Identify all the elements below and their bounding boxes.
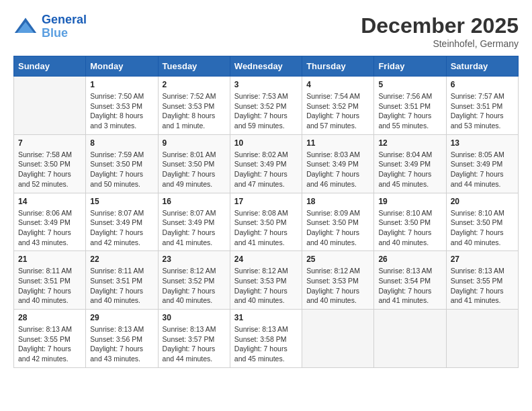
- weekday-header: Friday: [374, 56, 446, 77]
- calendar-cell: [14, 77, 86, 135]
- calendar-cell: 1Sunrise: 7:50 AMSunset: 3:53 PMDaylight…: [86, 77, 158, 135]
- calendar-cell: 15Sunrise: 8:07 AMSunset: 3:49 PMDayligh…: [86, 193, 158, 251]
- day-info: Sunrise: 7:57 AMSunset: 3:51 PMDaylight:…: [451, 91, 514, 131]
- calendar-week-row: 7Sunrise: 7:58 AMSunset: 3:50 PMDaylight…: [14, 134, 519, 193]
- calendar-week-row: 21Sunrise: 8:11 AMSunset: 3:51 PMDayligh…: [14, 251, 519, 310]
- calendar-cell: 25Sunrise: 8:12 AMSunset: 3:53 PMDayligh…: [302, 251, 374, 310]
- weekday-header: Thursday: [302, 56, 374, 77]
- calendar-cell: 6Sunrise: 7:57 AMSunset: 3:51 PMDaylight…: [446, 77, 518, 135]
- day-info: Sunrise: 7:50 AMSunset: 3:53 PMDaylight:…: [90, 91, 153, 131]
- calendar-cell: 10Sunrise: 8:02 AMSunset: 3:49 PMDayligh…: [230, 134, 302, 193]
- day-info: Sunrise: 8:05 AMSunset: 3:49 PMDaylight:…: [451, 150, 514, 189]
- calendar-cell: 27Sunrise: 8:13 AMSunset: 3:55 PMDayligh…: [446, 251, 518, 310]
- calendar-cell: 28Sunrise: 8:13 AMSunset: 3:55 PMDayligh…: [14, 310, 86, 368]
- day-number: 11: [306, 138, 369, 148]
- calendar-cell: 14Sunrise: 8:06 AMSunset: 3:49 PMDayligh…: [14, 193, 86, 251]
- calendar-cell: 20Sunrise: 8:10 AMSunset: 3:50 PMDayligh…: [446, 193, 518, 251]
- calendar-week-row: 28Sunrise: 8:13 AMSunset: 3:55 PMDayligh…: [14, 310, 519, 368]
- day-number: 25: [306, 255, 369, 264]
- day-info: Sunrise: 7:54 AMSunset: 3:52 PMDaylight:…: [306, 91, 369, 131]
- day-info: Sunrise: 8:09 AMSunset: 3:50 PMDaylight:…: [306, 208, 369, 248]
- day-number: 12: [378, 138, 441, 148]
- calendar-cell: 5Sunrise: 7:56 AMSunset: 3:51 PMDaylight…: [374, 77, 446, 135]
- calendar-cell: 31Sunrise: 8:13 AMSunset: 3:58 PMDayligh…: [230, 310, 302, 368]
- calendar-cell: 16Sunrise: 8:07 AMSunset: 3:49 PMDayligh…: [158, 193, 230, 251]
- calendar-cell: 9Sunrise: 8:01 AMSunset: 3:50 PMDaylight…: [158, 134, 230, 193]
- page-header: GeneralBlue December 2025 Steinhofel, Ge…: [13, 13, 519, 49]
- calendar-cell: 30Sunrise: 8:13 AMSunset: 3:57 PMDayligh…: [158, 310, 230, 368]
- day-number: 26: [378, 255, 441, 264]
- weekday-header: Saturday: [446, 56, 518, 77]
- day-number: 21: [18, 255, 81, 264]
- weekday-header: Tuesday: [158, 56, 230, 77]
- day-info: Sunrise: 8:12 AMSunset: 3:52 PMDaylight:…: [163, 266, 226, 306]
- day-info: Sunrise: 8:06 AMSunset: 3:49 PMDaylight:…: [18, 208, 81, 248]
- calendar-cell: 4Sunrise: 7:54 AMSunset: 3:52 PMDaylight…: [302, 77, 374, 135]
- calendar-cell: 24Sunrise: 8:12 AMSunset: 3:53 PMDayligh…: [230, 251, 302, 310]
- day-info: Sunrise: 8:13 AMSunset: 3:56 PMDaylight:…: [90, 324, 153, 364]
- calendar-cell: 21Sunrise: 8:11 AMSunset: 3:51 PMDayligh…: [14, 251, 86, 310]
- day-info: Sunrise: 7:59 AMSunset: 3:50 PMDaylight:…: [90, 150, 153, 189]
- month-title: December 2025: [361, 13, 519, 38]
- day-info: Sunrise: 7:56 AMSunset: 3:51 PMDaylight:…: [378, 91, 441, 131]
- logo-icon: [13, 15, 38, 39]
- calendar-cell: 19Sunrise: 8:10 AMSunset: 3:50 PMDayligh…: [374, 193, 446, 251]
- day-info: Sunrise: 8:13 AMSunset: 3:57 PMDaylight:…: [163, 324, 226, 364]
- calendar-cell: 8Sunrise: 7:59 AMSunset: 3:50 PMDaylight…: [86, 134, 158, 193]
- day-number: 4: [306, 80, 369, 89]
- calendar-cell: 18Sunrise: 8:09 AMSunset: 3:50 PMDayligh…: [302, 193, 374, 251]
- day-number: 17: [234, 197, 298, 206]
- day-number: 8: [90, 138, 153, 148]
- day-info: Sunrise: 8:12 AMSunset: 3:53 PMDaylight:…: [306, 266, 369, 306]
- day-info: Sunrise: 8:12 AMSunset: 3:53 PMDaylight:…: [234, 266, 298, 306]
- logo: GeneralBlue: [13, 13, 87, 40]
- day-number: 20: [451, 197, 514, 206]
- day-info: Sunrise: 8:01 AMSunset: 3:50 PMDaylight:…: [163, 150, 226, 189]
- day-number: 31: [234, 313, 298, 322]
- calendar-cell: 11Sunrise: 8:03 AMSunset: 3:49 PMDayligh…: [302, 134, 374, 193]
- day-number: 18: [306, 197, 369, 206]
- day-info: Sunrise: 8:11 AMSunset: 3:51 PMDaylight:…: [18, 266, 81, 306]
- calendar-cell: 17Sunrise: 8:08 AMSunset: 3:50 PMDayligh…: [230, 193, 302, 251]
- day-info: Sunrise: 8:04 AMSunset: 3:49 PMDaylight:…: [378, 150, 441, 189]
- day-number: 30: [163, 313, 226, 322]
- weekday-header: Wednesday: [230, 56, 302, 77]
- day-number: 27: [451, 255, 514, 264]
- day-info: Sunrise: 8:13 AMSunset: 3:55 PMDaylight:…: [18, 324, 81, 364]
- day-number: 19: [378, 197, 441, 206]
- calendar-cell: 2Sunrise: 7:52 AMSunset: 3:53 PMDaylight…: [158, 77, 230, 135]
- calendar-cell: [374, 310, 446, 368]
- day-number: 5: [378, 80, 441, 89]
- weekday-header: Sunday: [14, 56, 86, 77]
- day-number: 22: [90, 255, 153, 264]
- day-number: 7: [18, 138, 81, 148]
- day-info: Sunrise: 8:07 AMSunset: 3:49 PMDaylight:…: [90, 208, 153, 248]
- calendar-cell: 7Sunrise: 7:58 AMSunset: 3:50 PMDaylight…: [14, 134, 86, 193]
- day-info: Sunrise: 8:13 AMSunset: 3:54 PMDaylight:…: [378, 266, 441, 306]
- day-info: Sunrise: 8:13 AMSunset: 3:55 PMDaylight:…: [451, 266, 514, 306]
- day-number: 3: [234, 80, 298, 89]
- day-number: 1: [90, 80, 153, 89]
- day-number: 23: [163, 255, 226, 264]
- calendar-cell: 22Sunrise: 8:11 AMSunset: 3:51 PMDayligh…: [86, 251, 158, 310]
- day-info: Sunrise: 7:53 AMSunset: 3:52 PMDaylight:…: [234, 91, 298, 131]
- calendar-cell: 26Sunrise: 8:13 AMSunset: 3:54 PMDayligh…: [374, 251, 446, 310]
- calendar-table: SundayMondayTuesdayWednesdayThursdayFrid…: [13, 56, 519, 368]
- calendar-week-row: 1Sunrise: 7:50 AMSunset: 3:53 PMDaylight…: [14, 77, 519, 135]
- day-number: 2: [163, 80, 226, 89]
- day-info: Sunrise: 8:13 AMSunset: 3:58 PMDaylight:…: [234, 324, 298, 364]
- day-info: Sunrise: 8:08 AMSunset: 3:50 PMDaylight:…: [234, 208, 298, 248]
- day-number: 6: [451, 80, 514, 89]
- weekday-header: Monday: [86, 56, 158, 77]
- day-number: 16: [163, 197, 226, 206]
- day-info: Sunrise: 7:52 AMSunset: 3:53 PMDaylight:…: [163, 91, 226, 131]
- day-info: Sunrise: 8:07 AMSunset: 3:49 PMDaylight:…: [163, 208, 226, 248]
- calendar-week-row: 14Sunrise: 8:06 AMSunset: 3:49 PMDayligh…: [14, 193, 519, 251]
- day-info: Sunrise: 8:10 AMSunset: 3:50 PMDaylight:…: [378, 208, 441, 248]
- calendar-cell: [446, 310, 518, 368]
- calendar-cell: 23Sunrise: 8:12 AMSunset: 3:52 PMDayligh…: [158, 251, 230, 310]
- day-number: 9: [163, 138, 226, 148]
- day-info: Sunrise: 8:02 AMSunset: 3:49 PMDaylight:…: [234, 150, 298, 189]
- day-number: 28: [18, 313, 81, 322]
- title-block: December 2025 Steinhofel, Germany: [361, 13, 519, 49]
